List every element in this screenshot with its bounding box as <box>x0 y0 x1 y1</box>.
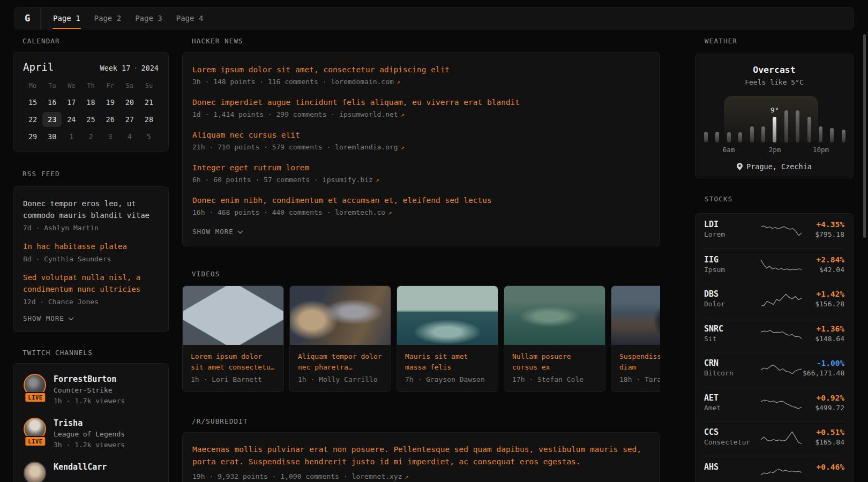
calendar-day[interactable]: 22 <box>23 112 42 127</box>
hackernews-section-title: HACKER NEWS <box>182 37 660 45</box>
calendar-day[interactable]: 19 <box>101 95 120 110</box>
stock-price: $795.18 <box>803 230 844 239</box>
stock-row[interactable]: AET Amet +0.92% $499.72 <box>704 387 844 421</box>
calendar-day[interactable]: 24 <box>62 112 81 127</box>
calendar-day[interactable]: 15 <box>23 95 42 110</box>
hn-item-title[interactable]: Donec enim nibh, condimentum et accumsan… <box>192 195 650 206</box>
hn-item-title[interactable]: Lorem ipsum dolor sit amet, consectetur … <box>192 64 650 75</box>
stock-price: $148.64 <box>803 334 844 344</box>
weather-axis: 6am2pm10pm <box>704 146 845 153</box>
video-title[interactable]: Lorem ipsum dolor sit amet consectetu… <box>191 351 275 373</box>
stock-symbol: SNRC <box>704 324 760 334</box>
stock-row[interactable]: CCS Consectetur +0.51% $165.84 <box>704 421 844 456</box>
rss-item-title[interactable]: Sed volutpat nulla nisl, a condimentum n… <box>23 272 159 295</box>
calendar-day[interactable]: 16 <box>42 95 62 110</box>
hn-item-domain[interactable]: ipsumify.biz <box>323 176 373 184</box>
hn-item-domain[interactable]: loremtech.co <box>335 208 385 216</box>
weather-bar <box>773 117 776 142</box>
page-tabs: Page 1Page 2Page 3Page 4 <box>46 7 210 29</box>
stock-row[interactable]: SNRC Sit +1.36% $148.64 <box>704 318 844 352</box>
video-thumbnail <box>290 286 391 345</box>
calendar-day[interactable]: 4 <box>120 129 139 144</box>
hn-item-title[interactable]: Integer eget rutrum lorem <box>192 162 650 173</box>
calendar-day[interactable]: 26 <box>101 112 120 127</box>
weather-bar-slot: 9° <box>773 96 776 142</box>
calendar-day[interactable]: 28 <box>139 112 159 127</box>
stock-row[interactable]: CRN Bitcorn -1.00% $66,171.48 <box>704 352 844 387</box>
page-tab[interactable]: Page 1 <box>46 7 87 29</box>
left-column: CALENDAR April Week 17·2024 MoTuWeThFrSa… <box>13 37 169 482</box>
app-logo: G <box>14 7 41 29</box>
calendar-weekdays: MoTuWeThFrSaSu <box>23 82 159 90</box>
scrollbar-thumb[interactable] <box>863 34 866 238</box>
videos-row: Lorem ipsum dolor sit amet consectetu… 1… <box>182 285 660 392</box>
stock-row[interactable]: DBS Dolor +1.42% $156.28 <box>704 283 844 318</box>
video-title[interactable]: Suspendisse diam <box>619 351 660 373</box>
page-tab[interactable]: Page 3 <box>128 7 169 29</box>
twitch-channel-row[interactable]: LIVE Trisha League of Legends 3h · 1.2k … <box>23 417 159 449</box>
rss-widget: Donec tempor eros leo, ut commodo mauris… <box>13 186 169 332</box>
weekday-label: Tu <box>42 82 62 90</box>
calendar-day[interactable]: 2 <box>81 129 100 144</box>
calendar-day[interactable]: 20 <box>120 95 139 110</box>
video-card[interactable]: Lorem ipsum dolor sit amet consectetu… 1… <box>182 285 284 392</box>
video-card[interactable]: Nullam posuere cursus ex 17h · Stefan Co… <box>504 285 605 392</box>
channel-name[interactable]: KendallCarr <box>54 462 107 472</box>
rss-item-title[interactable]: In hac habitasse platea <box>23 240 159 252</box>
dashboard: G Page 1Page 2Page 3Page 4 CALENDAR Apri… <box>0 0 868 482</box>
weather-bar <box>830 128 834 142</box>
calendar-day[interactable]: 23 <box>42 112 62 127</box>
stock-row[interactable]: LDI Lorem +4.35% $795.18 <box>704 214 844 248</box>
hn-item-domain[interactable]: ipsumworld.net <box>339 110 398 118</box>
stock-row[interactable]: IIG Ipsum +2.84% $42.04 <box>704 248 844 283</box>
calendar-day[interactable]: 29 <box>23 129 42 144</box>
calendar-day[interactable]: 3 <box>101 129 120 144</box>
external-link-icon: ↗ <box>376 176 379 184</box>
hn-item-title[interactable]: Aliquam nec cursus elit <box>192 130 650 140</box>
calendar-day[interactable]: 1 <box>62 129 81 144</box>
calendar-day[interactable]: 18 <box>81 95 100 110</box>
calendar-day[interactable]: 5 <box>139 129 159 144</box>
weather-location: Prague, Czechia <box>704 162 844 171</box>
hn-item-domain[interactable]: loremdomain.com <box>331 78 393 86</box>
calendar-day[interactable]: 17 <box>62 95 81 110</box>
stock-change: +0.92% <box>803 393 844 403</box>
page-tab[interactable]: Page 2 <box>87 7 129 29</box>
calendar-widget: April Week 17·2024 MoTuWeThFrSaSu 151617… <box>13 52 169 152</box>
weather-bar-slot <box>842 96 845 142</box>
subreddit-post-title[interactable]: Maecenas mollis pulvinar erat non posuer… <box>192 443 650 468</box>
subreddit-post-domain[interactable]: loremnet.xyz <box>352 472 402 480</box>
channel-name[interactable]: ForrestBurton <box>54 374 125 384</box>
rss-item-meta: 12d · Chance Jones <box>23 298 159 306</box>
video-card[interactable]: Suspendisse diam 18h · Tara <box>611 285 660 392</box>
video-card[interactable]: Aliquam tempor dolor nec pharetra… 1h · … <box>289 285 391 392</box>
page-tab[interactable]: Page 4 <box>169 7 211 29</box>
calendar-day[interactable]: 21 <box>139 95 159 110</box>
channel-game: Counter-Strike <box>54 386 125 395</box>
hn-item-domain[interactable]: loremlandia.org <box>335 143 398 151</box>
show-more-label: SHOW MORE <box>192 228 234 236</box>
calendar-day[interactable]: 30 <box>42 129 62 144</box>
stock-row[interactable]: AHS +0.46% <box>704 456 844 482</box>
video-thumbnail <box>397 286 498 345</box>
video-title[interactable]: Aliquam tempor dolor nec pharetra… <box>298 351 383 373</box>
stock-sparkline <box>760 290 803 308</box>
rss-item-title[interactable]: Donec tempor eros leo, ut commodo mauris… <box>23 198 159 221</box>
calendar-day[interactable]: 25 <box>81 112 100 127</box>
weather-bar <box>750 126 754 142</box>
calendar-day[interactable]: 27 <box>120 112 139 127</box>
hn-item-title[interactable]: Donec imperdiet augue tincidunt felis al… <box>192 97 650 108</box>
twitch-channel-row[interactable]: LIVE ForrestBurton Counter-Strike 1h · 1… <box>23 373 159 405</box>
rss-show-more-button[interactable]: SHOW MORE <box>23 314 74 323</box>
stock-id-block: IIG Ipsum <box>704 255 760 275</box>
hn-show-more-button[interactable]: SHOW MORE <box>192 228 243 236</box>
stock-sparkline <box>760 325 803 343</box>
channel-name[interactable]: Trisha <box>54 418 125 428</box>
video-card[interactable]: Mauris sit amet massa felis 7h · Grayson… <box>396 285 498 392</box>
twitch-channel-row[interactable]: LIVE KendallCarr <box>23 461 159 482</box>
hn-item-meta: 21h · 710 points · 579 comments ·loremla… <box>192 143 650 152</box>
video-title[interactable]: Mauris sit amet massa felis <box>405 351 490 373</box>
stock-price: $499.72 <box>803 403 844 413</box>
rss-item: Sed volutpat nulla nisl, a condimentum n… <box>23 272 159 306</box>
video-title[interactable]: Nullam posuere cursus ex <box>512 351 597 373</box>
